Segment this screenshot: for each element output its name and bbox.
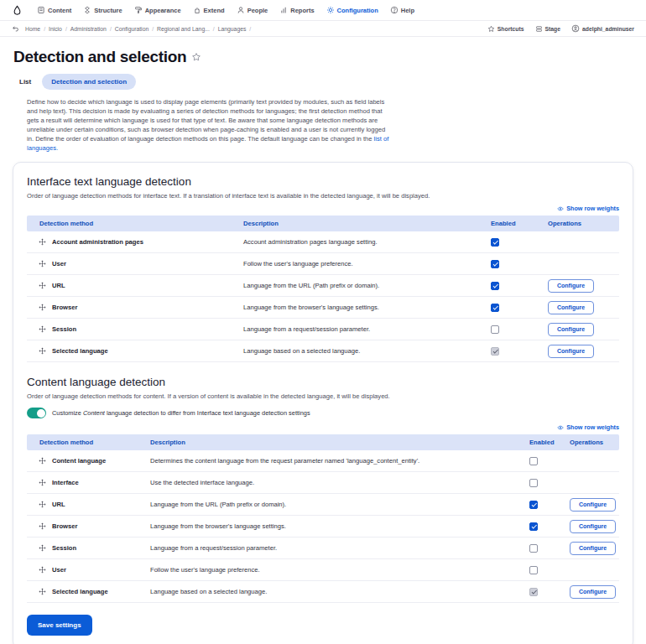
table-row: Browser Language from the browser's lang… (27, 516, 619, 538)
table-row: Selected language Language based on a se… (27, 340, 619, 362)
detection-method-label: Interface (52, 479, 79, 486)
table-row: Interface Use the detected interface lan… (27, 472, 619, 494)
detection-method-description: Language from a request/session paramete… (231, 325, 478, 333)
save-settings-button[interactable]: Save settings (27, 615, 92, 636)
detection-method-label: Browser (52, 304, 77, 311)
shortcuts-button[interactable]: Shortcuts (487, 25, 524, 33)
reports-icon (279, 6, 288, 14)
enabled-checkbox[interactable] (529, 479, 538, 487)
tab-detection-and-selection[interactable]: Detection and selection (42, 74, 136, 90)
drag-handle-icon[interactable] (39, 457, 46, 465)
show-row-weights-link-interface[interactable]: Show row weights (557, 205, 619, 212)
drupal-logo-icon[interactable] (10, 5, 31, 16)
breadcrumb-administration[interactable]: Administration (70, 26, 112, 32)
enabled-checkbox[interactable] (529, 522, 538, 531)
detection-method-description: Follow the user's language preference. (138, 566, 517, 574)
drag-handle-icon[interactable] (39, 522, 46, 530)
configure-button[interactable]: Configure (548, 301, 594, 314)
page-head: Detection and selection List Detection a… (0, 37, 646, 153)
enabled-checkbox[interactable] (491, 260, 499, 268)
configuration-icon (326, 6, 335, 14)
breadcrumb-inicio[interactable]: Inicio (49, 26, 67, 32)
table-row: User Follow the user's language preferen… (27, 253, 619, 275)
toolbar-item-extend[interactable]: Extend (187, 6, 231, 14)
configure-button[interactable]: Configure (548, 323, 594, 336)
extend-icon (193, 6, 201, 14)
drag-handle-icon[interactable] (39, 479, 46, 486)
enabled-checkbox[interactable] (491, 282, 499, 290)
enabled-checkbox[interactable] (491, 325, 499, 334)
drag-handle-icon[interactable] (39, 238, 46, 246)
toolbar-item-reports[interactable]: Reports (274, 6, 320, 14)
user-menu[interactable]: adelphi_adminuser (571, 24, 634, 33)
toolbar-item-people[interactable]: People (231, 6, 274, 14)
settings-card: Interface text language detection Order … (13, 162, 633, 644)
drag-handle-icon[interactable] (39, 347, 46, 355)
enabled-checkbox[interactable] (529, 457, 538, 465)
content-table-header: Detection method Description Enabled Ope… (27, 434, 619, 450)
enabled-checkbox[interactable] (529, 501, 538, 509)
table-row: Session Language from a request/session … (27, 538, 619, 559)
table-row: Content language Determines the content … (27, 450, 619, 472)
show-row-weights-link-content[interactable]: Show row weights (557, 423, 619, 431)
drag-handle-icon[interactable] (39, 566, 46, 574)
interface-section-description: Order of language detection methods for … (27, 192, 619, 200)
help-icon (390, 6, 399, 14)
customize-content-toggle[interactable] (27, 408, 46, 418)
toolbar-item-appearance[interactable]: Appearance (128, 6, 187, 14)
table-row: User Follow the user's language preferen… (27, 559, 619, 581)
customize-content-toggle-row: Customize Content language detection to … (27, 408, 619, 418)
drag-handle-icon[interactable] (39, 325, 46, 333)
admin-toolbar: Content Structure Appearance Extend Peop… (0, 0, 646, 21)
toolbar-item-content[interactable]: Content (31, 6, 77, 14)
content-table-body: Content language Determines the content … (27, 450, 619, 603)
toolbar-item-configuration[interactable]: Configuration (320, 6, 384, 14)
breadcrumb-configuration[interactable]: Configuration (115, 26, 154, 32)
favorite-star-icon[interactable] (191, 52, 201, 62)
tab-list[interactable]: List (13, 75, 37, 89)
detection-method-label: URL (52, 282, 65, 289)
drag-handle-icon[interactable] (39, 260, 46, 267)
eye-icon (557, 424, 564, 431)
appearance-icon (134, 6, 143, 14)
toolbar-item-help[interactable]: Help (384, 6, 420, 14)
breadcrumb-regional[interactable]: Regional and Lang... (157, 26, 215, 32)
environment-indicator[interactable]: Stage (535, 25, 561, 33)
interface-section-title: Interface text language detection (27, 175, 619, 188)
breadcrumb-languages[interactable]: Languages (218, 26, 252, 32)
configure-button[interactable]: Configure (548, 279, 594, 293)
star-icon (487, 25, 495, 33)
configure-button[interactable]: Configure (570, 520, 616, 533)
table-row: URL Language from the URL (Path prefix o… (27, 494, 619, 516)
drag-handle-icon[interactable] (39, 282, 46, 289)
detection-method-description: Language based on a selected language. (138, 588, 517, 595)
detection-method-description: Determines the content language from the… (138, 457, 517, 465)
enabled-checkbox[interactable] (491, 238, 499, 247)
table-row: Browser Language from the browser's lang… (27, 297, 619, 319)
breadcrumb-bar: Home Inicio Administration Configuration… (0, 21, 646, 37)
detection-method-label: User (52, 566, 66, 574)
drag-handle-icon[interactable] (39, 544, 46, 552)
configure-button[interactable]: Configure (570, 585, 616, 599)
detection-method-description: Use the detected interface language. (138, 479, 517, 486)
table-row: Account administration pages Account adm… (27, 231, 619, 253)
toolbar-item-structure[interactable]: Structure (77, 6, 128, 14)
enabled-checkbox[interactable] (529, 566, 538, 574)
primary-tabs: List Detection and selection (13, 74, 633, 90)
detection-method-description: Language from the URL (Path prefix or do… (231, 282, 478, 289)
enabled-checkbox[interactable] (491, 304, 499, 312)
configure-button[interactable]: Configure (548, 345, 594, 358)
drag-handle-icon[interactable] (39, 304, 46, 311)
detection-method-label: Account administration pages (52, 238, 143, 246)
interface-table-body: Account administration pages Account adm… (27, 231, 619, 362)
drag-handle-icon[interactable] (39, 501, 46, 508)
breadcrumb-home[interactable]: Home (25, 26, 45, 32)
configure-button[interactable]: Configure (570, 542, 616, 555)
detection-method-label: Session (52, 325, 76, 333)
drag-handle-icon[interactable] (39, 588, 46, 595)
configure-button[interactable]: Configure (570, 498, 616, 512)
enabled-checkbox[interactable] (529, 544, 538, 553)
back-icon[interactable] (12, 25, 19, 33)
detection-method-label: User (52, 260, 66, 267)
table-row: Session Language from a request/session … (27, 319, 619, 340)
